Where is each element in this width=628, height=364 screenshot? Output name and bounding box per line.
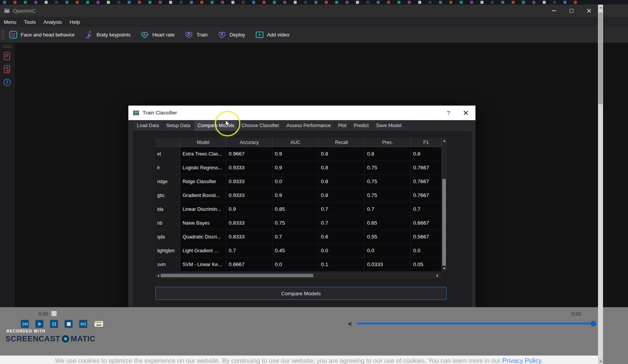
skip-start-button[interactable] [21,320,29,328]
menu-help[interactable]: Help [66,18,84,26]
cell-auc[interactable]: 0.9 [272,189,319,202]
mini-app-icon[interactable] [387,1,390,4]
mini-app-icon[interactable] [543,1,546,4]
scrollbar-down-button[interactable] [598,359,603,364]
column-header-prec[interactable]: Prec. [365,138,411,147]
cell-accuracy[interactable]: 0.7 [226,244,272,258]
volume-icon[interactable] [347,321,354,327]
row-header[interactable]: ridge [155,175,180,189]
scroll-left-button[interactable] [156,273,161,278]
row-header[interactable]: svm [155,258,180,271]
cell-model[interactable]: Naive Bayes [180,216,226,230]
mini-app-icon[interactable] [252,1,255,4]
mini-app-icon[interactable] [294,1,297,4]
cell-accuracy[interactable]: 0.9333 [226,189,272,202]
mini-app-icon[interactable] [439,1,442,4]
mini-app-icon[interactable] [335,1,338,4]
menu-tools[interactable]: Tools [20,18,40,26]
cell-recall[interactable]: 0.8 [319,161,365,175]
mini-app-icon[interactable] [169,1,172,4]
row-header[interactable]: gbc [155,189,180,202]
cell-f1[interactable]: 0.0 [411,244,442,258]
cell-f1[interactable]: 0.5667 [411,230,442,244]
mini-app-icon[interactable] [460,1,463,4]
keyboard-button[interactable] [94,320,104,328]
mini-app-icon[interactable] [377,1,380,4]
mini-app-icon[interactable] [211,1,214,4]
cell-accuracy[interactable]: 0.6667 [226,258,272,271]
dialog-help-button[interactable]: ? [441,106,456,120]
mini-app-icon[interactable] [491,1,494,4]
toolbar-deploy[interactable]: Deploy [218,30,245,39]
cell-model[interactable]: Logistic Regress... [180,161,226,175]
vscroll-thumb[interactable] [442,179,446,266]
mini-app-icon[interactable] [148,1,151,4]
mini-app-icon[interactable] [532,1,535,4]
mini-app-icon[interactable] [128,1,131,4]
toolbar-face-and-head-behavior[interactable]: Face and head behavior [9,30,75,39]
cell-prec[interactable]: 0.75 [365,161,411,175]
mini-app-icon[interactable] [356,1,359,4]
cell-recall[interactable]: 0.8 [319,189,365,202]
column-header-recall[interactable]: Recall [319,138,365,147]
play-button[interactable] [35,320,43,328]
mini-app-icon[interactable] [24,1,27,4]
mini-app-icon[interactable] [304,1,307,4]
mini-app-icon[interactable] [65,1,68,4]
cell-recall[interactable]: 0.7 [319,202,365,216]
scroll-up-button[interactable] [442,138,446,143]
cell-accuracy[interactable]: 0.9333 [226,161,272,175]
cell-recall[interactable]: 0.7 [319,216,365,230]
seek-knob[interactable] [591,321,596,326]
toolbar-train[interactable]: Train [184,30,208,39]
mini-app-icon[interactable] [501,1,504,4]
report-icon[interactable] [3,52,11,61]
row-header[interactable]: qda [155,230,180,244]
mini-app-icon[interactable] [13,1,17,4]
compare-models-button[interactable]: Compare Models [155,287,447,300]
row-header[interactable]: nb [155,216,180,230]
cell-prec[interactable]: 0.0 [365,244,411,258]
cell-f1[interactable]: 0.6667 [411,216,442,230]
column-header-f1[interactable]: F1 [411,138,442,147]
mini-app-icon[interactable] [138,1,141,4]
mini-app-icon[interactable] [346,1,349,4]
mini-app-icon[interactable] [96,1,100,4]
cell-accuracy[interactable]: 0.9667 [226,147,272,161]
stop-button[interactable] [65,320,73,328]
row-header[interactable]: et [155,147,180,161]
minimize-button[interactable] [545,5,563,17]
toolbar-body-keypoints[interactable]: Body keypoints [85,30,130,39]
mini-app-icon[interactable] [45,1,48,4]
cell-f1[interactable]: 0.7667 [411,161,442,175]
menu-analysis[interactable]: Analysis [40,18,66,26]
maximize-button[interactable] [563,5,580,17]
mini-app-icon[interactable] [273,1,276,4]
cell-accuracy[interactable]: 0.9333 [226,175,272,189]
cell-auc[interactable]: 0.7 [272,230,319,244]
dialog-close-button[interactable] [456,106,475,120]
tab-choose-classifier[interactable]: Choose Classifier [238,120,282,131]
mini-app-icon[interactable] [283,1,286,4]
mini-app-icon[interactable] [159,1,162,4]
cell-auc[interactable]: 0.9 [272,161,319,175]
cell-accuracy[interactable]: 0.8333 [226,230,272,244]
mini-app-icon[interactable] [200,1,203,4]
tab-assess-performance[interactable]: Assess Performance [282,120,334,131]
player-settings-box[interactable] [51,311,57,316]
cell-prec[interactable]: 0.7 [365,202,411,216]
mini-app-icon[interactable] [366,1,369,4]
cell-auc[interactable]: 0.75 [272,216,319,230]
mini-app-icon[interactable] [179,1,183,4]
cell-model[interactable]: Quadratic Discri... [180,230,226,244]
mini-app-icon[interactable] [262,1,266,4]
row-header[interactable]: lda [155,202,180,216]
hscroll-thumb[interactable] [161,274,313,277]
mini-app-icon[interactable] [418,1,421,4]
scroll-right-button[interactable] [435,273,440,278]
column-header-accuracy[interactable]: Accuracy [226,138,272,147]
cell-f1[interactable]: 0.7667 [411,175,442,189]
mini-app-icon[interactable] [190,1,193,4]
cell-recall[interactable]: 0.6 [319,230,365,244]
cell-f1[interactable]: 0.7667 [411,189,442,202]
